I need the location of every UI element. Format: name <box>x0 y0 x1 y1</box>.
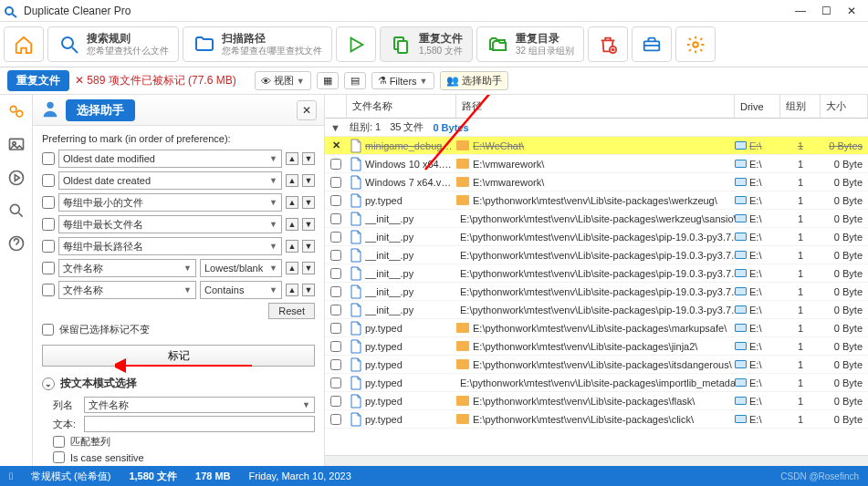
col-path[interactable]: 路径 <box>456 95 735 118</box>
tools-button[interactable] <box>632 26 672 62</box>
pref-check-5[interactable] <box>42 262 55 274</box>
pref-down-0[interactable]: ▼ <box>302 152 315 165</box>
delete-button[interactable] <box>588 26 628 62</box>
pref-up-2[interactable]: ▲ <box>286 196 298 209</box>
grid-view-button[interactable]: ▦ <box>317 72 339 89</box>
pref-check-1[interactable] <box>42 174 55 187</box>
file-row[interactable]: py.typed E:\pythonwork\mtest\venv\Lib\si… <box>325 356 868 374</box>
row-check-14[interactable] <box>330 396 341 407</box>
col-group[interactable]: 组别 <box>780 95 821 118</box>
row-check-12[interactable] <box>330 359 341 370</box>
group-header-row[interactable]: ▼ 组别: 1 35 文件 0 Bytes <box>325 119 868 137</box>
match-whole-checkbox[interactable] <box>53 436 65 448</box>
row-check-6[interactable] <box>330 250 341 261</box>
file-row[interactable]: ✕ minigame_debug_port.tx E:\WeChat\ E:\ … <box>325 137 868 155</box>
row-check-11[interactable] <box>330 341 341 352</box>
pref-down-2[interactable]: ▼ <box>302 196 315 209</box>
pref-up-4[interactable]: ▲ <box>286 240 298 253</box>
filters-dropdown[interactable]: ⚗Filters▼ <box>371 72 434 89</box>
pref-select-2[interactable]: 每组中最小的文件▼ <box>58 193 282 212</box>
horizontal-scrollbar[interactable] <box>325 455 868 466</box>
file-row[interactable]: Windows 7 x64.vmsd E:\vmwarework\ E:\ 1 … <box>325 173 868 191</box>
row-check-9[interactable] <box>330 305 341 315</box>
file-row[interactable]: py.typed E:\pythonwork\mtest\venv\Lib\si… <box>325 374 868 392</box>
scan-now-button[interactable] <box>336 26 376 62</box>
pref-check-3[interactable] <box>42 218 55 231</box>
row-check-2[interactable] <box>330 177 341 188</box>
pref-up-1[interactable]: ▲ <box>286 174 298 187</box>
col-filename[interactable]: 文件名称 <box>347 95 456 118</box>
case-sensitive-checkbox[interactable] <box>53 451 65 463</box>
row-check-13[interactable] <box>330 377 341 388</box>
vstrip-helper-button[interactable] <box>5 100 28 124</box>
pref-check-4[interactable] <box>42 240 55 253</box>
settings-button[interactable] <box>675 26 716 62</box>
row-check-10[interactable] <box>330 323 341 334</box>
window-maximize-button[interactable]: ☐ <box>813 1 839 21</box>
pref-select-4[interactable]: 每组中最长路径名▼ <box>58 237 282 255</box>
pref-check-0[interactable] <box>42 152 55 165</box>
pref-down-5[interactable]: ▼ <box>302 262 315 274</box>
file-row[interactable]: __init__.py E:\pythonwork\mtest\venv\Lib… <box>325 301 868 319</box>
keep-marked-checkbox[interactable] <box>42 324 54 336</box>
col-drive[interactable]: Drive <box>735 95 780 118</box>
file-row[interactable]: __init__.py E:\pythonwork\mtest\venv\Lib… <box>325 210 868 228</box>
duplicate-folders-tab[interactable]: 重复目录32 组目录组别 <box>476 26 584 62</box>
row-check-8[interactable] <box>330 286 341 297</box>
reset-button[interactable]: Reset <box>268 303 315 319</box>
row-check-4[interactable] <box>330 213 341 224</box>
pref-down-6[interactable]: ▼ <box>302 284 315 296</box>
pref-select-0[interactable]: Oldest date modified▼ <box>58 150 282 168</box>
file-row[interactable]: py.typed E:\pythonwork\mtest\venv\Lib\si… <box>325 410 868 429</box>
pref-select-6[interactable]: 文件名称▼ <box>58 281 196 299</box>
duplicate-files-tab[interactable]: 重复文件1,580 文件 <box>380 26 473 62</box>
text-mode-section-header[interactable]: ⌄按文本模式选择 <box>42 376 315 391</box>
file-row[interactable]: __init__.py E:\pythonwork\mtest\venv\Lib… <box>325 283 868 301</box>
file-row[interactable]: __init__.py E:\pythonwork\mtest\venv\Lib… <box>325 246 868 264</box>
pref-up-5[interactable]: ▲ <box>286 262 298 274</box>
file-row[interactable]: __init__.py E:\pythonwork\mtest\venv\Lib… <box>325 228 868 246</box>
row-check-1[interactable] <box>330 159 341 170</box>
pref-down-1[interactable]: ▼ <box>302 174 315 187</box>
file-row[interactable]: py.typed E:\pythonwork\mtest\venv\Lib\si… <box>325 392 868 410</box>
pref-check-2[interactable] <box>42 196 55 209</box>
selection-helper-button[interactable]: 👥选择助手 <box>440 71 508 90</box>
mark-button[interactable]: 标记 <box>42 345 315 367</box>
view-dropdown[interactable]: 👁视图▼ <box>255 71 311 90</box>
file-row[interactable]: py.typed E:\pythonwork\mtest\venv\Lib\si… <box>325 191 868 210</box>
pref-extra-6[interactable]: Contains▼ <box>200 281 282 299</box>
pref-up-6[interactable]: ▲ <box>286 284 298 296</box>
pref-select-1[interactable]: Oldest date created▼ <box>58 171 282 190</box>
file-rows[interactable]: ✕ minigame_debug_port.tx E:\WeChat\ E:\ … <box>325 137 868 455</box>
close-panel-button[interactable]: ✕ <box>297 100 317 120</box>
scan-location-button[interactable]: 扫描路径您希望查在哪里查找文件 <box>183 26 332 62</box>
file-row[interactable]: Windows 10 x64.vmsd E:\vmwarework\ E:\ 1… <box>325 155 868 173</box>
vstrip-play-button[interactable] <box>5 166 28 190</box>
column-select[interactable]: 文件名称▼ <box>84 397 315 413</box>
pref-extra-5[interactable]: Lowest/blank▼ <box>200 259 282 277</box>
home-button[interactable] <box>4 26 44 62</box>
pref-down-3[interactable]: ▼ <box>302 218 315 231</box>
row-check-15[interactable] <box>330 414 341 425</box>
vstrip-search-button[interactable] <box>5 199 28 222</box>
file-row[interactable]: py.typed E:\pythonwork\mtest\venv\Lib\si… <box>325 337 868 356</box>
pref-up-0[interactable]: ▲ <box>286 152 298 165</box>
thumb-view-button[interactable]: ▤ <box>344 72 366 89</box>
row-check-3[interactable] <box>330 195 341 206</box>
file-row[interactable]: __init__.py E:\pythonwork\mtest\venv\Lib… <box>325 264 868 283</box>
file-row[interactable]: py.typed E:\pythonwork\mtest\venv\Lib\si… <box>325 319 868 337</box>
col-size[interactable]: 大小 <box>821 95 868 118</box>
pref-check-6[interactable] <box>42 284 55 296</box>
vstrip-image-button[interactable] <box>5 133 28 157</box>
row-check-7[interactable] <box>330 268 341 279</box>
pref-select-3[interactable]: 每组中最长文件名▼ <box>58 215 282 233</box>
window-close-button[interactable]: ✕ <box>839 1 864 21</box>
row-check-5[interactable] <box>330 232 341 243</box>
pref-select-5[interactable]: 文件名称▼ <box>58 259 196 277</box>
pref-up-3[interactable]: ▲ <box>286 218 298 231</box>
search-rules-button[interactable]: 搜索规则您希望查找什么文件 <box>47 26 179 62</box>
pref-down-4[interactable]: ▼ <box>302 240 315 253</box>
text-input[interactable] <box>84 416 315 432</box>
vstrip-help-button[interactable] <box>5 232 28 255</box>
window-minimize-button[interactable]: — <box>788 1 813 21</box>
